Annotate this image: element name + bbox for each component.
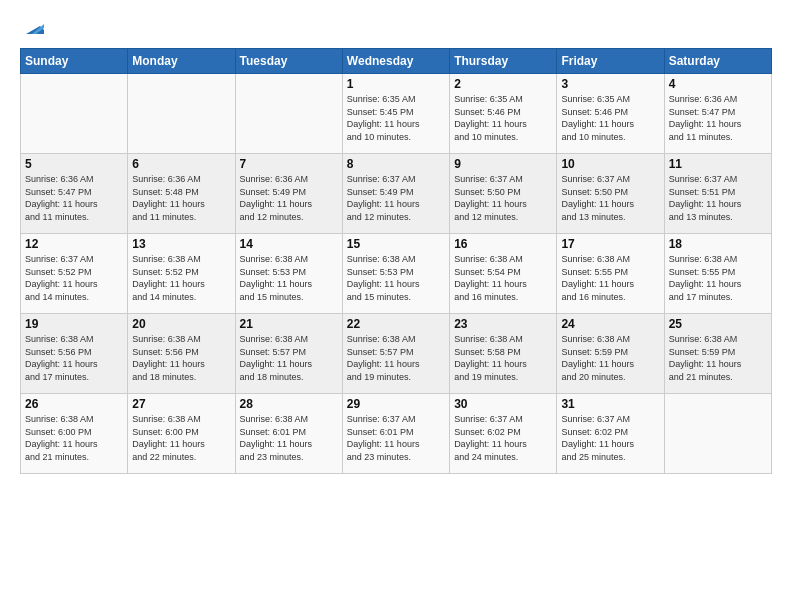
calendar-cell: 14Sunrise: 6:38 AM Sunset: 5:53 PM Dayli… [235,234,342,314]
day-number: 27 [132,397,230,411]
calendar-cell: 30Sunrise: 6:37 AM Sunset: 6:02 PM Dayli… [450,394,557,474]
calendar-cell: 20Sunrise: 6:38 AM Sunset: 5:56 PM Dayli… [128,314,235,394]
day-info: Sunrise: 6:37 AM Sunset: 5:49 PM Dayligh… [347,173,445,223]
day-info: Sunrise: 6:38 AM Sunset: 5:57 PM Dayligh… [347,333,445,383]
logo-icon [22,16,44,38]
calendar-cell: 15Sunrise: 6:38 AM Sunset: 5:53 PM Dayli… [342,234,449,314]
day-info: Sunrise: 6:38 AM Sunset: 5:59 PM Dayligh… [561,333,659,383]
day-number: 1 [347,77,445,91]
calendar-cell: 29Sunrise: 6:37 AM Sunset: 6:01 PM Dayli… [342,394,449,474]
calendar-week-1: 1Sunrise: 6:35 AM Sunset: 5:45 PM Daylig… [21,74,772,154]
calendar-cell: 2Sunrise: 6:35 AM Sunset: 5:46 PM Daylig… [450,74,557,154]
day-info: Sunrise: 6:35 AM Sunset: 5:45 PM Dayligh… [347,93,445,143]
calendar-cell: 22Sunrise: 6:38 AM Sunset: 5:57 PM Dayli… [342,314,449,394]
day-number: 18 [669,237,767,251]
calendar-cell: 28Sunrise: 6:38 AM Sunset: 6:01 PM Dayli… [235,394,342,474]
calendar-cell: 23Sunrise: 6:38 AM Sunset: 5:58 PM Dayli… [450,314,557,394]
day-number: 13 [132,237,230,251]
calendar-table: SundayMondayTuesdayWednesdayThursdayFrid… [20,48,772,474]
day-number: 23 [454,317,552,331]
calendar-week-3: 12Sunrise: 6:37 AM Sunset: 5:52 PM Dayli… [21,234,772,314]
calendar-week-4: 19Sunrise: 6:38 AM Sunset: 5:56 PM Dayli… [21,314,772,394]
calendar-cell: 31Sunrise: 6:37 AM Sunset: 6:02 PM Dayli… [557,394,664,474]
day-number: 26 [25,397,123,411]
day-number: 19 [25,317,123,331]
day-number: 22 [347,317,445,331]
day-number: 16 [454,237,552,251]
calendar-cell: 17Sunrise: 6:38 AM Sunset: 5:55 PM Dayli… [557,234,664,314]
day-number: 4 [669,77,767,91]
day-info: Sunrise: 6:37 AM Sunset: 5:51 PM Dayligh… [669,173,767,223]
day-number: 25 [669,317,767,331]
calendar-cell: 16Sunrise: 6:38 AM Sunset: 5:54 PM Dayli… [450,234,557,314]
logo-text [20,16,44,38]
day-info: Sunrise: 6:38 AM Sunset: 5:54 PM Dayligh… [454,253,552,303]
day-info: Sunrise: 6:38 AM Sunset: 5:53 PM Dayligh… [347,253,445,303]
day-number: 17 [561,237,659,251]
calendar-cell [664,394,771,474]
day-number: 3 [561,77,659,91]
day-info: Sunrise: 6:38 AM Sunset: 5:55 PM Dayligh… [561,253,659,303]
day-info: Sunrise: 6:38 AM Sunset: 5:58 PM Dayligh… [454,333,552,383]
calendar-cell [21,74,128,154]
day-number: 5 [25,157,123,171]
weekday-header-thursday: Thursday [450,49,557,74]
calendar-cell: 25Sunrise: 6:38 AM Sunset: 5:59 PM Dayli… [664,314,771,394]
calendar-cell: 12Sunrise: 6:37 AM Sunset: 5:52 PM Dayli… [21,234,128,314]
day-number: 30 [454,397,552,411]
calendar-cell: 5Sunrise: 6:36 AM Sunset: 5:47 PM Daylig… [21,154,128,234]
day-info: Sunrise: 6:37 AM Sunset: 6:01 PM Dayligh… [347,413,445,463]
day-info: Sunrise: 6:36 AM Sunset: 5:47 PM Dayligh… [669,93,767,143]
day-info: Sunrise: 6:38 AM Sunset: 5:56 PM Dayligh… [132,333,230,383]
header [20,16,772,38]
weekday-header-sunday: Sunday [21,49,128,74]
day-number: 28 [240,397,338,411]
day-info: Sunrise: 6:37 AM Sunset: 6:02 PM Dayligh… [561,413,659,463]
day-number: 21 [240,317,338,331]
calendar-cell: 26Sunrise: 6:38 AM Sunset: 6:00 PM Dayli… [21,394,128,474]
day-info: Sunrise: 6:38 AM Sunset: 5:57 PM Dayligh… [240,333,338,383]
day-info: Sunrise: 6:38 AM Sunset: 5:56 PM Dayligh… [25,333,123,383]
day-info: Sunrise: 6:38 AM Sunset: 5:53 PM Dayligh… [240,253,338,303]
weekday-header-monday: Monday [128,49,235,74]
weekday-header-row: SundayMondayTuesdayWednesdayThursdayFrid… [21,49,772,74]
calendar-week-5: 26Sunrise: 6:38 AM Sunset: 6:00 PM Dayli… [21,394,772,474]
day-info: Sunrise: 6:37 AM Sunset: 5:52 PM Dayligh… [25,253,123,303]
weekday-header-friday: Friday [557,49,664,74]
day-info: Sunrise: 6:37 AM Sunset: 5:50 PM Dayligh… [561,173,659,223]
calendar-cell: 11Sunrise: 6:37 AM Sunset: 5:51 PM Dayli… [664,154,771,234]
day-number: 11 [669,157,767,171]
day-number: 2 [454,77,552,91]
day-info: Sunrise: 6:35 AM Sunset: 5:46 PM Dayligh… [561,93,659,143]
calendar-cell [128,74,235,154]
calendar-cell: 8Sunrise: 6:37 AM Sunset: 5:49 PM Daylig… [342,154,449,234]
calendar-cell: 4Sunrise: 6:36 AM Sunset: 5:47 PM Daylig… [664,74,771,154]
calendar-cell: 10Sunrise: 6:37 AM Sunset: 5:50 PM Dayli… [557,154,664,234]
day-number: 7 [240,157,338,171]
weekday-header-tuesday: Tuesday [235,49,342,74]
page: SundayMondayTuesdayWednesdayThursdayFrid… [0,0,792,612]
day-info: Sunrise: 6:38 AM Sunset: 6:00 PM Dayligh… [132,413,230,463]
day-info: Sunrise: 6:36 AM Sunset: 5:47 PM Dayligh… [25,173,123,223]
day-number: 15 [347,237,445,251]
calendar-cell: 27Sunrise: 6:38 AM Sunset: 6:00 PM Dayli… [128,394,235,474]
day-number: 24 [561,317,659,331]
day-info: Sunrise: 6:38 AM Sunset: 6:00 PM Dayligh… [25,413,123,463]
day-info: Sunrise: 6:37 AM Sunset: 6:02 PM Dayligh… [454,413,552,463]
calendar-cell: 6Sunrise: 6:36 AM Sunset: 5:48 PM Daylig… [128,154,235,234]
day-number: 14 [240,237,338,251]
day-info: Sunrise: 6:38 AM Sunset: 5:55 PM Dayligh… [669,253,767,303]
calendar-cell: 9Sunrise: 6:37 AM Sunset: 5:50 PM Daylig… [450,154,557,234]
calendar-cell: 21Sunrise: 6:38 AM Sunset: 5:57 PM Dayli… [235,314,342,394]
day-number: 29 [347,397,445,411]
calendar-cell: 7Sunrise: 6:36 AM Sunset: 5:49 PM Daylig… [235,154,342,234]
calendar-week-2: 5Sunrise: 6:36 AM Sunset: 5:47 PM Daylig… [21,154,772,234]
day-info: Sunrise: 6:36 AM Sunset: 5:49 PM Dayligh… [240,173,338,223]
day-info: Sunrise: 6:36 AM Sunset: 5:48 PM Dayligh… [132,173,230,223]
calendar-cell [235,74,342,154]
day-info: Sunrise: 6:38 AM Sunset: 6:01 PM Dayligh… [240,413,338,463]
weekday-header-wednesday: Wednesday [342,49,449,74]
day-number: 6 [132,157,230,171]
calendar-cell: 3Sunrise: 6:35 AM Sunset: 5:46 PM Daylig… [557,74,664,154]
day-info: Sunrise: 6:38 AM Sunset: 5:59 PM Dayligh… [669,333,767,383]
